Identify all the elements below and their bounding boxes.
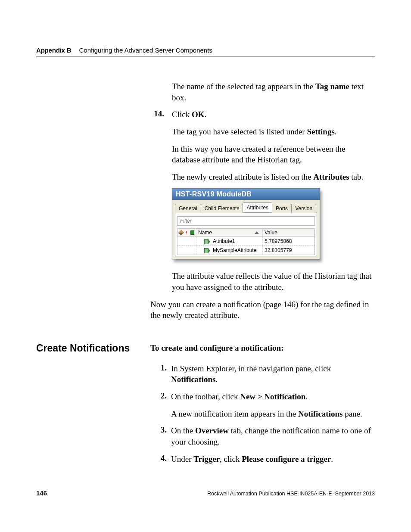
tab-attributes[interactable]: Attributes [243, 202, 272, 212]
tab-bar: General Child Elements Attributes Ports … [172, 200, 320, 212]
page: Appendix B Configuring the Advanced Serv… [0, 0, 411, 532]
grid-header-icons: ! [177, 229, 196, 236]
row-name-cell: MySampleAttribute [196, 246, 263, 255]
row-icons [177, 237, 196, 246]
grid-header-name[interactable]: Name [196, 229, 263, 236]
tab-ports[interactable]: Ports [272, 204, 292, 213]
header-rule [36, 56, 375, 56]
column-name-label: Name [198, 230, 212, 236]
tag-icon [204, 248, 210, 252]
section-body-col: To create and configure a notification: … [150, 342, 375, 470]
step-text: On the Overview tab, change the notifica… [171, 425, 375, 447]
tab-general[interactable]: General [175, 204, 201, 213]
step-number: 14. [36, 109, 172, 120]
row-name: Attribute1 [213, 238, 235, 244]
step-text: On the toolbar, click New > Notification… [171, 391, 375, 402]
sort-ascending-icon [255, 231, 259, 234]
text: The tag you have selected is listed unde… [172, 127, 307, 136]
tag-icon [204, 239, 210, 243]
lead-sentence: To create and configure a notification: [150, 342, 375, 354]
paragraph-reference: In this way you have created a reference… [172, 143, 375, 165]
text: . [204, 110, 206, 119]
section-heading-col: Create Notifications [36, 342, 150, 470]
bold: Notifications [171, 375, 215, 384]
paragraph-attributes-tab: The newly created attribute is listed on… [172, 171, 375, 183]
running-header: Appendix B Configuring the Advanced Serv… [36, 47, 212, 54]
step-2: 2. On the toolbar, click New > Notificat… [157, 391, 375, 402]
bold: Notifications [298, 409, 342, 418]
pencil-icon [178, 230, 184, 236]
text: Under [171, 454, 193, 464]
step-2-sub: A new notification item appears in the N… [171, 408, 375, 420]
text: . [331, 454, 333, 464]
paragraph-settings: The tag you have selected is listed unde… [172, 126, 375, 137]
tab-body: ! Name Value Attribute1 [175, 212, 317, 256]
paragraph-tagname: The name of the selected tag appears in … [172, 81, 375, 103]
bold: New > Notification [240, 392, 305, 401]
publication-line: Rockwell Automation Publication HSE-IN02… [207, 491, 375, 497]
text: . [215, 375, 218, 384]
row-icons [177, 246, 196, 255]
text: On the toolbar, click [171, 392, 240, 401]
section-title: Configuring the Advanced Server Componen… [79, 47, 212, 54]
step-text: Click OK. [172, 109, 375, 120]
ordered-list: 1. In System Explorer, in the navigation… [150, 363, 375, 464]
step-1: 1. In System Explorer, in the navigation… [157, 363, 375, 385]
text: The newly created attribute is listed on… [172, 172, 313, 181]
section-create-notifications: Create Notifications To create and confi… [36, 342, 375, 470]
row-name-cell: Attribute1 [196, 237, 263, 246]
bold-settings: Settings [307, 127, 334, 136]
bold-ok: OK [192, 110, 205, 119]
filter-input[interactable] [177, 216, 315, 226]
grid-header-value[interactable]: Value [263, 229, 314, 236]
text: A new notification item appears in the [171, 409, 298, 418]
body: The name of the selected tag appears in … [36, 81, 375, 470]
bold: Please configure a trigger [242, 454, 331, 464]
step-number: 1. [157, 363, 171, 385]
step-3: 3. On the Overview tab, change the notif… [157, 425, 375, 447]
row-value-cell: 5.78975868 [263, 237, 314, 246]
text: . [305, 392, 308, 401]
grid-header: ! Name Value [177, 228, 315, 237]
footer: 146 Rockwell Automation Publication HSE-… [36, 489, 375, 497]
paragraph-now-create: Now you can create a notification (page … [150, 299, 375, 321]
text: pane. [342, 409, 362, 418]
text: tab. [349, 172, 364, 181]
appendix-label: Appendix B [36, 47, 71, 54]
text: On the [171, 426, 195, 435]
tab-version[interactable]: Version [291, 204, 316, 213]
text: . [335, 127, 337, 136]
bold-tagname: Tag name [315, 82, 349, 91]
text: In System Explorer, in the navigation pa… [171, 364, 331, 373]
bold: Overview [195, 426, 229, 435]
step-text: Under Trigger, click Please configure a … [171, 454, 375, 465]
bold: Trigger [193, 454, 220, 464]
paragraph-attr-value: The attribute value reflects the value o… [172, 271, 375, 292]
table-row[interactable]: MySampleAttribute 32.8305779 [177, 246, 315, 255]
step-4: 4. Under Trigger, click Please configure… [157, 454, 375, 465]
moduledb-panel: HST-RSV19 ModuleDB General Child Element… [172, 188, 320, 259]
text: The name of the selected tag appears in … [172, 82, 315, 91]
bold-attributes: Attributes [313, 172, 349, 181]
step-text: In System Explorer, in the navigation pa… [171, 363, 375, 385]
step-number: 4. [157, 454, 171, 465]
step-number: 3. [157, 425, 171, 447]
row-value-cell: 32.8305779 [263, 246, 314, 255]
step-number: 2. [157, 391, 171, 402]
text: Click [172, 110, 192, 119]
page-number: 146 [36, 489, 47, 497]
text: , click [220, 454, 242, 464]
row-name: MySampleAttribute [213, 247, 256, 253]
tab-child-elements[interactable]: Child Elements [201, 204, 243, 213]
step-14: 14. Click OK. [36, 109, 375, 120]
heading-create-notifications: Create Notifications [36, 342, 150, 354]
box-icon [190, 230, 194, 235]
figure-moduledb: HST-RSV19 ModuleDB General Child Element… [172, 188, 375, 259]
panel-title: HST-RSV19 ModuleDB [172, 189, 320, 200]
table-row[interactable]: Attribute1 5.78975868 [177, 237, 315, 246]
exclamation-icon: ! [185, 230, 189, 235]
